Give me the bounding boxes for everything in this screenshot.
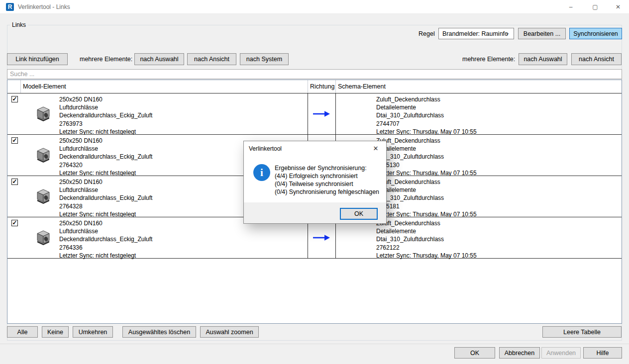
- model-line: Luftdurchlässe: [59, 186, 152, 194]
- revit-app-icon: R: [6, 3, 14, 11]
- model-line: 250x250 DN160: [59, 219, 152, 227]
- dialog-message-line: Ergebnisse der Synchronisierung:: [275, 164, 379, 172]
- model-element-cube-icon: [36, 189, 50, 205]
- model-line: 2763973: [59, 120, 152, 128]
- column-divider: [308, 80, 308, 93]
- row-checkbox[interactable]: ✓: [11, 96, 18, 102]
- model-line: 250x250 DN160: [59, 178, 152, 186]
- schema-line: Dtai_310_Zuluftdurchlass: [376, 153, 477, 161]
- dialog-message: Ergebnisse der Synchronisierung: (4/4) E…: [275, 164, 379, 196]
- schema-line: Detailelemente: [376, 186, 477, 194]
- dialog-close-icon[interactable]: ✕: [366, 141, 385, 155]
- schema-line: 2745130: [376, 161, 477, 169]
- model-line: 250x250 DN160: [59, 95, 152, 103]
- sync-result-dialog: Verlinkertool ✕ i Ergebnisse der Synchro…: [243, 141, 387, 224]
- model-element-text: 250x250 DN160LuftdurchlässeDeckendralldu…: [59, 219, 152, 260]
- model-line: 2764320: [59, 161, 152, 169]
- rule-select[interactable]: Brandmelder: Rauminfo ⌄: [438, 28, 514, 39]
- by-view-button-left[interactable]: nach Ansicht: [187, 53, 236, 65]
- help-button[interactable]: Hilfe: [583, 347, 622, 359]
- footer-divider: [0, 344, 629, 344]
- model-element-cube-icon: [36, 230, 50, 246]
- model-element-text: 250x250 DN160LuftdurchlässeDeckendralldu…: [59, 178, 152, 218]
- schema-line: Dtai_310_Zuluftdurchlass: [376, 235, 477, 243]
- checkmark-icon: ✓: [12, 178, 17, 185]
- column-divider: [335, 93, 336, 134]
- schema-line: Detailelemente: [376, 145, 477, 153]
- by-system-button[interactable]: nach System: [240, 53, 289, 65]
- select-none-button[interactable]: Keine: [42, 326, 69, 338]
- model-line: Letzter Sync: nicht festgelegt: [59, 252, 152, 260]
- schema-line: Zuluft_Deckendurchlass: [376, 95, 477, 103]
- schema-line: 2744707: [376, 120, 477, 128]
- dialog-ok-button[interactable]: OK: [340, 208, 378, 220]
- table-header: Modell-Element Richtung Schema-Element: [7, 80, 622, 93]
- checkmark-icon: ✓: [12, 95, 17, 102]
- checkmark-icon: ✓: [12, 137, 17, 144]
- direction-arrow-icon: [312, 234, 330, 241]
- model-line: Deckendralldurchlass_Eckig_Zuluft: [59, 153, 152, 161]
- link-table-row[interactable]: ✓ 250x250 DN160LuftdurchlässeDeckendrall…: [7, 93, 622, 135]
- schema-element-text: Zuluft_DeckendurchlassDetailelementeDtai…: [376, 219, 477, 260]
- model-element-text: 250x250 DN160LuftdurchlässeDeckendralldu…: [59, 137, 152, 177]
- schema-line: Zuluft_Deckendurchlass: [376, 178, 477, 186]
- select-all-button[interactable]: Alle: [7, 326, 38, 338]
- row-checkbox[interactable]: ✓: [11, 137, 18, 144]
- model-line: Luftdurchlässe: [59, 145, 152, 153]
- schema-element-text: Zuluft_DeckendurchlassDetailelementeDtai…: [376, 95, 477, 136]
- schema-element-text: Zuluft_DeckendurchlassDetailelementeDtai…: [376, 137, 477, 177]
- chevron-down-icon: ⌄: [505, 29, 510, 36]
- maximize-button[interactable]: ▢: [584, 0, 606, 14]
- clear-table-button[interactable]: Leere Tabelle: [542, 326, 622, 338]
- model-line: Deckendralldurchlass_Eckig_Zuluft: [59, 235, 152, 243]
- header-schema-element: Schema-Element: [338, 83, 386, 90]
- schema-line: Detailelemente: [376, 103, 477, 111]
- ok-button[interactable]: OK: [454, 347, 495, 359]
- close-button[interactable]: ✕: [607, 0, 629, 14]
- model-line: Deckendralldurchlass_Eckig_Zuluft: [59, 194, 152, 202]
- row-checkbox[interactable]: ✓: [11, 179, 18, 185]
- rule-selected-value: Brandmelder: Rauminfo: [442, 30, 508, 37]
- verlinkertool-window: R Verlinkertool - Links – ▢ ✕ Links Rege…: [0, 0, 629, 364]
- model-line: Luftdurchlässe: [59, 227, 152, 235]
- dialog-message-line: (0/4) Synchronisierung fehlgeschlagen: [275, 188, 379, 196]
- model-element-text: 250x250 DN160LuftdurchlässeDeckendralldu…: [59, 95, 152, 136]
- edit-rule-button[interactable]: Bearbeiten ...: [518, 28, 566, 39]
- model-line: 2764328: [59, 202, 152, 210]
- column-divider: [308, 93, 308, 134]
- by-view-button-right[interactable]: nach Ansicht: [571, 53, 622, 65]
- model-line: 250x250 DN160: [59, 137, 152, 145]
- schema-line: 2745181: [376, 202, 477, 210]
- rule-label: Regel: [419, 30, 435, 37]
- by-selection-button-left[interactable]: nach Auswahl: [134, 53, 184, 65]
- window-title: Verlinkertool - Links: [18, 3, 70, 10]
- title-bar: R Verlinkertool - Links – ▢ ✕: [0, 0, 629, 14]
- model-line: Luftdurchlässe: [59, 103, 152, 111]
- cancel-button[interactable]: Abbrechen: [499, 347, 540, 359]
- by-selection-button-right[interactable]: nach Auswahl: [519, 53, 567, 65]
- dialog-message-line: (0/4) Teilweise synchronisiert: [275, 180, 379, 188]
- info-icon: i: [253, 164, 270, 181]
- schema-line: 2762122: [376, 244, 477, 252]
- checkmark-icon: ✓: [12, 219, 17, 226]
- schema-line: Detailelemente: [376, 227, 477, 235]
- model-element-cube-icon: [36, 148, 50, 164]
- invert-selection-button[interactable]: Umkehren: [73, 326, 113, 338]
- multi-elements-label-left: mehrere Elemente:: [80, 56, 132, 63]
- synchronize-button[interactable]: Synchronisieren: [569, 28, 622, 39]
- model-line: 2764336: [59, 244, 152, 252]
- direction-arrow-icon: [312, 110, 330, 117]
- column-divider: [20, 80, 21, 93]
- row-checkbox[interactable]: ✓: [11, 220, 18, 226]
- zoom-selection-button[interactable]: Auswahl zoomen: [200, 326, 259, 338]
- dialog-message-line: (4/4) Erfolgreich synchronisiert: [275, 172, 379, 180]
- search-input[interactable]: [7, 69, 622, 79]
- multi-elements-label-right: mehrere Elemente:: [462, 56, 515, 63]
- schema-line: Dtai_310_Zuluftdurchlass: [376, 194, 477, 202]
- add-link-button[interactable]: Link hinzufügen: [7, 53, 68, 65]
- header-direction: Richtung: [310, 83, 334, 90]
- delete-selected-button[interactable]: Ausgewähltes löschen: [122, 326, 196, 338]
- schema-line: Dtai_310_Zuluftdurchlass: [376, 111, 477, 119]
- column-divider: [335, 80, 336, 93]
- minimize-button[interactable]: –: [560, 0, 582, 14]
